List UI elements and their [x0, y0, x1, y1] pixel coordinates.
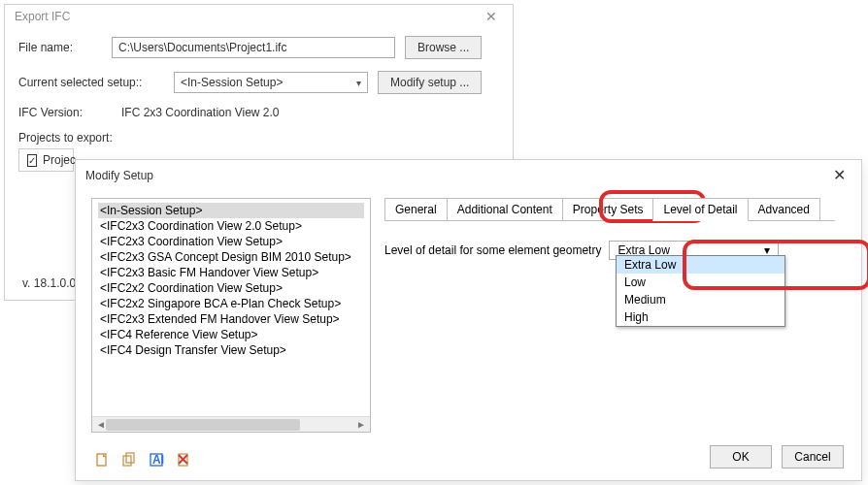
tab-property-sets[interactable]: Property Sets [562, 198, 654, 221]
scroll-thumb[interactable] [106, 419, 300, 431]
tab-bar: General Additional Content Property Sets… [384, 198, 846, 221]
tab-advanced[interactable]: Advanced [748, 198, 820, 221]
dialog-buttons: OK Cancel [710, 445, 844, 469]
tab-level-of-detail[interactable]: Level of Detail [652, 198, 748, 221]
modify-setup-window: Modify Setup ✕ <In-Session Setup> <IFC2x… [75, 159, 862, 481]
ifc-version-value: IFC 2x3 Coordination View 2.0 [121, 106, 280, 119]
lod-dropdown-list[interactable]: Extra Low Low Medium High [616, 255, 785, 327]
projects-label: Projects to export: [18, 131, 499, 145]
browse-button[interactable]: Browse ... [405, 36, 482, 59]
current-setup-dropdown[interactable]: <In-Session Setup> ▾ [174, 72, 368, 93]
ifc-version-label: IFC Version: [18, 106, 112, 119]
setup-item[interactable]: <In-Session Setup> [98, 203, 364, 218]
cancel-button[interactable]: Cancel [782, 445, 844, 469]
close-icon[interactable]: ✕ [480, 9, 503, 24]
lod-option[interactable]: High [617, 308, 785, 326]
current-setup-label: Current selected setup:: [18, 76, 164, 89]
lod-label: Level of detail for some element geometr… [384, 243, 601, 257]
setup-item[interactable]: <IFC2x3 Extended FM Handover View Setup> [98, 311, 364, 327]
duplicate-setup-icon[interactable] [120, 451, 138, 469]
lod-option[interactable]: Extra Low [617, 256, 785, 274]
setup-item[interactable]: <IFC4 Design Transfer View Setup> [98, 342, 364, 358]
new-setup-icon[interactable] [93, 451, 111, 469]
setup-list[interactable]: <In-Session Setup> <IFC2x3 Coordination … [91, 198, 371, 433]
modify-setup-button[interactable]: Modify setup ... [378, 71, 482, 94]
scroll-left-icon[interactable]: ◄ [96, 419, 106, 430]
setup-item[interactable]: <IFC2x3 Coordination View Setup> [98, 234, 364, 249]
modify-title: Modify Setup [85, 169, 153, 182]
mini-toolbar: AI [93, 451, 192, 469]
lod-option[interactable]: Low [617, 274, 785, 291]
setup-item[interactable]: <IFC2x3 GSA Concept Design BIM 2010 Setu… [98, 249, 364, 265]
right-pane: General Additional Content Property Sets… [384, 198, 846, 433]
filename-input[interactable]: C:\Users\Documents\Project1.ifc [112, 37, 395, 58]
setup-item[interactable]: <IFC2x2 Singapore BCA e-Plan Check Setup… [98, 296, 364, 311]
chevron-down-icon: ▾ [356, 78, 361, 88]
setup-item[interactable]: <IFC2x3 Basic FM Handover View Setup> [98, 265, 364, 280]
close-icon[interactable]: ✕ [827, 166, 851, 184]
tab-general[interactable]: General [384, 198, 448, 221]
current-setup-value: <In-Session Setup> [181, 76, 283, 89]
export-titlebar: Export IFC ✕ [5, 5, 513, 28]
project-item-label: Projec [43, 153, 76, 167]
svg-rect-2 [126, 453, 134, 463]
app-version: v. 18.1.0.0 [22, 276, 76, 290]
setup-item[interactable]: <IFC4 Reference View Setup> [98, 327, 364, 342]
export-title: Export IFC [15, 10, 70, 23]
project-item[interactable]: ✓ Projec [18, 148, 74, 172]
scroll-right-icon[interactable]: ► [356, 419, 366, 430]
ok-button[interactable]: OK [710, 445, 772, 469]
svg-text:AI: AI [152, 453, 164, 467]
setup-item[interactable]: <IFC2x2 Coordination View Setup> [98, 280, 364, 296]
checkbox-icon[interactable]: ✓ [27, 154, 37, 167]
tab-additional-content[interactable]: Additional Content [447, 198, 563, 221]
setup-item[interactable]: <IFC2x3 Coordination View 2.0 Setup> [98, 218, 364, 234]
svg-rect-1 [123, 456, 131, 466]
delete-setup-icon[interactable] [175, 451, 192, 469]
filename-label: File name: [18, 41, 102, 54]
rename-setup-icon[interactable]: AI [148, 451, 165, 469]
lod-option[interactable]: Medium [617, 291, 785, 308]
horizontal-scrollbar[interactable]: ◄ ► [92, 416, 370, 432]
modify-titlebar: Modify Setup ✕ [76, 160, 861, 190]
